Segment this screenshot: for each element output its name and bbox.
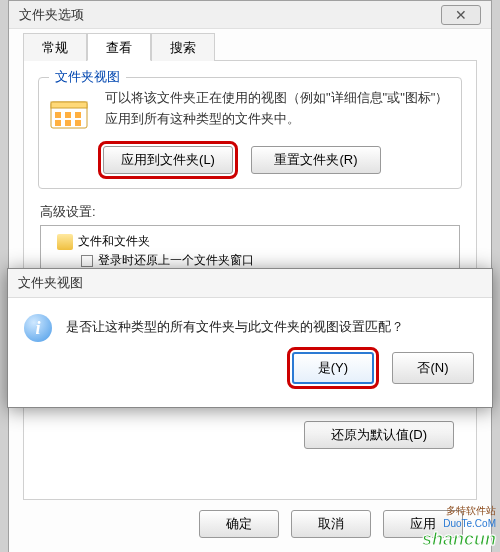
folder-view-buttons: 应用到文件夹(L) 重置文件夹(R) [47,146,453,174]
folder-view-icon [47,92,91,136]
folder-icon [57,234,73,250]
folder-view-group: 文件夹视图 可以将该文件夹正在使用的视图（例如"详细信息"或"图标"）应用到所有… [38,77,462,189]
title-bar: 文件夹选项 ✕ [9,1,491,29]
dialog-buttons: 确定 取消 应用 [23,500,477,548]
tree-label: 登录时还原上一个文件夹窗口 [98,252,254,269]
tree-label: 文件和文件夹 [78,233,150,250]
confirm-title: 文件夹视图 [8,269,492,298]
tab-strip: 常规 查看 搜索 [23,33,477,61]
brand-cn: 多特软件站 [422,504,496,518]
info-icon: i [24,314,52,342]
advanced-settings-label: 高级设置: [40,203,460,221]
apply-to-folders-button[interactable]: 应用到文件夹(L) [103,146,233,174]
tree-item-files-folders[interactable]: 文件和文件夹 [47,232,453,251]
svg-rect-5 [55,120,61,126]
yes-button[interactable]: 是(Y) [292,352,374,384]
confirm-dialog: 文件夹视图 i 是否让这种类型的所有文件夹与此文件夹的视图设置匹配？ 是(Y) … [7,268,493,408]
tab-search[interactable]: 搜索 [151,33,215,61]
svg-rect-4 [75,112,81,118]
tab-view[interactable]: 查看 [87,33,151,61]
ok-button[interactable]: 确定 [199,510,279,538]
branding: 多特软件站 DuoTe.CoM shancun [422,504,496,550]
restore-defaults-button[interactable]: 还原为默认值(D) [304,421,454,449]
confirm-body: i 是否让这种类型的所有文件夹与此文件夹的视图设置匹配？ [8,298,492,352]
confirm-buttons: 是(Y) 否(N) [8,352,492,392]
svg-rect-7 [75,120,81,126]
no-button[interactable]: 否(N) [392,352,474,384]
folder-view-row: 可以将该文件夹正在使用的视图（例如"详细信息"或"图标"）应用到所有这种类型的文… [47,88,453,136]
tab-general[interactable]: 常规 [23,33,87,61]
close-button[interactable]: ✕ [441,5,481,25]
folder-view-description: 可以将该文件夹正在使用的视图（例如"详细信息"或"图标"）应用到所有这种类型的文… [105,88,453,130]
checkbox[interactable] [81,255,93,267]
brand-shancun: shancun [422,529,496,550]
svg-rect-2 [55,112,61,118]
svg-rect-6 [65,120,71,126]
folder-view-group-title: 文件夹视图 [49,68,126,86]
cancel-button[interactable]: 取消 [291,510,371,538]
svg-rect-3 [65,112,71,118]
brand-domain: DuoTe.CoM [422,518,496,529]
window-title: 文件夹选项 [19,6,84,24]
svg-rect-1 [51,102,87,108]
restore-default-row: 还原为默认值(D) [32,413,468,457]
reset-folders-button[interactable]: 重置文件夹(R) [251,146,381,174]
confirm-message: 是否让这种类型的所有文件夹与此文件夹的视图设置匹配？ [66,314,404,336]
